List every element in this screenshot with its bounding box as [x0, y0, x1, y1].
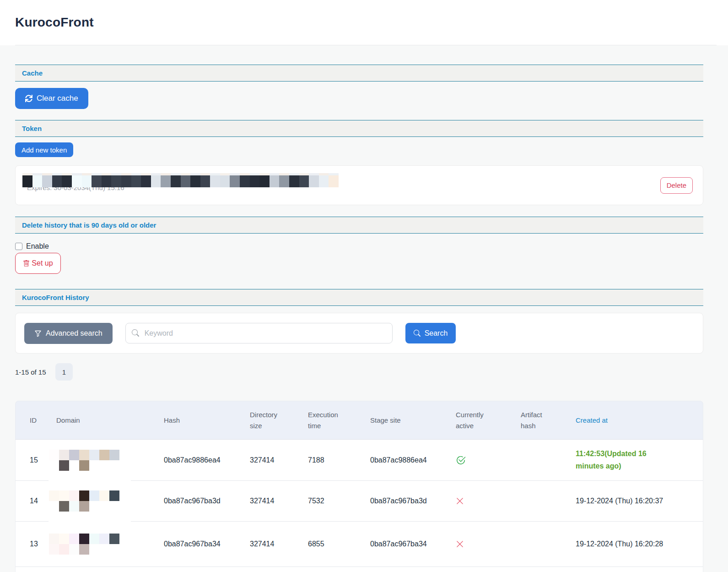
column-header-artifact-hash: Artifact hash — [515, 401, 570, 439]
token-card: Expires: 30-03-2034(Thu) 15:16 Delete — [15, 165, 703, 205]
column-header-currently-active: Currently active — [450, 401, 515, 439]
table-next-row-sliver — [15, 567, 703, 572]
cell-currently-active — [450, 522, 515, 567]
cell-domain — [51, 440, 158, 480]
pagination-summary: 1-15 of 15 — [15, 368, 55, 376]
section-title-token: Token — [22, 125, 42, 132]
table-row-13: 130ba87ac967ba3432741468550ba87ac967ba34… — [15, 522, 703, 567]
inactive-x-icon — [456, 540, 464, 548]
clear-cache-label: Clear cache — [37, 94, 78, 103]
page-title: KurocoFront — [15, 15, 94, 30]
cell-directory-size: 327414 — [244, 440, 302, 480]
enable-label: Enable — [26, 242, 49, 251]
column-header-hash: Hash — [158, 401, 244, 439]
search-icon — [132, 329, 139, 337]
section-header-delete-history: Delete history that is 90 days old or ol… — [15, 217, 703, 234]
advanced-search-label: Advanced search — [46, 329, 102, 338]
cell-execution-time: 7188 — [302, 440, 365, 480]
add-token-label: Add new token — [22, 146, 67, 154]
refresh-icon — [25, 95, 32, 102]
cell-hash: 0ba87ac967ba3d — [158, 481, 244, 521]
cell-execution-time: 7532 — [302, 481, 365, 521]
cell-id: 13 — [16, 522, 51, 567]
redacted-domain — [49, 450, 119, 471]
page-1-button[interactable]: 1 — [55, 363, 73, 381]
set-up-label: Set up — [32, 259, 53, 267]
cell-currently-active — [450, 481, 515, 521]
table-header-row: IDDomainHashDirectory sizeExecution time… — [15, 401, 703, 440]
table-row-15: 150ba87ac9886ea432741471880ba87ac9886ea4… — [15, 440, 703, 481]
table-body: 150ba87ac9886ea432741471880ba87ac9886ea4… — [15, 440, 703, 567]
column-header-directory-size: Directory size — [244, 401, 302, 439]
filter-icon — [34, 330, 42, 337]
title-divider — [15, 45, 717, 45]
enable-row: Enable — [15, 242, 728, 251]
cell-created-at: 19-12-2024 (Thu) 16:20:28 — [570, 522, 703, 567]
table-row-14: 140ba87ac967ba3d32741475320ba87ac967ba3d… — [15, 481, 703, 522]
redacted-domain — [49, 534, 119, 555]
section-header-token: Token — [15, 120, 703, 137]
search-button-label: Search — [425, 329, 448, 338]
history-table: IDDomainHashDirectory sizeExecution time… — [15, 401, 703, 572]
cell-artifact-hash — [515, 440, 570, 480]
clear-cache-button[interactable]: Clear cache — [15, 88, 88, 109]
page-header: KurocoFront — [0, 0, 728, 45]
cell-artifact-hash — [515, 522, 570, 567]
cell-stage-site: 0ba87ac967ba3d — [365, 481, 450, 521]
pagination: 1-15 of 15 1 — [15, 363, 728, 381]
cell-created-at: 11:42:53(Updated 16 minutes ago) — [570, 440, 703, 480]
cell-id: 14 — [16, 481, 51, 521]
active-check-icon — [456, 455, 466, 465]
cell-domain — [51, 522, 158, 567]
column-header-id: ID — [16, 401, 51, 439]
redacted-domain — [49, 490, 119, 512]
delete-token-label: Delete — [667, 181, 686, 189]
cell-hash: 0ba87ac9886ea4 — [158, 440, 244, 480]
add-new-token-button[interactable]: Add new token — [15, 142, 73, 157]
cell-execution-time: 6855 — [302, 522, 365, 567]
cell-domain — [51, 481, 158, 521]
delete-token-button[interactable]: Delete — [660, 177, 693, 194]
redacted-token-value — [22, 175, 361, 187]
column-header-created-at[interactable]: Created at — [570, 401, 703, 439]
section-title-delete-history: Delete history that is 90 days old or ol… — [22, 221, 156, 229]
cell-hash: 0ba87ac967ba34 — [158, 522, 244, 567]
cell-created-at: 19-12-2024 (Thu) 16:20:37 — [570, 481, 703, 521]
keyword-field — [125, 323, 393, 343]
cell-directory-size: 327414 — [244, 522, 302, 567]
redaction-noise — [22, 173, 361, 175]
search-button[interactable]: Search — [405, 323, 456, 343]
section-header-cache: Cache — [15, 65, 703, 82]
cell-currently-active — [450, 440, 515, 480]
column-header-execution-time: Execution time — [302, 401, 365, 439]
cell-directory-size: 327414 — [244, 481, 302, 521]
section-title-cache: Cache — [22, 69, 43, 77]
advanced-search-button[interactable]: Advanced search — [24, 323, 113, 344]
section-header-history: KurocoFront History — [15, 289, 703, 306]
cell-id: 15 — [16, 440, 51, 480]
trash-icon — [23, 260, 30, 267]
section-title-history: KurocoFront History — [22, 294, 89, 301]
inactive-x-icon — [456, 497, 464, 505]
keyword-input[interactable] — [125, 323, 393, 343]
search-button-icon — [414, 330, 421, 337]
search-card: Advanced search Search — [15, 313, 703, 354]
cell-artifact-hash — [515, 481, 570, 521]
cell-stage-site: 0ba87ac967ba34 — [365, 522, 450, 567]
column-header-stage-site: Stage site — [365, 401, 450, 439]
set-up-button[interactable]: Set up — [15, 253, 61, 274]
enable-checkbox[interactable] — [15, 243, 22, 250]
cell-stage-site: 0ba87ac9886ea4 — [365, 440, 450, 480]
column-header-domain: Domain — [51, 401, 158, 439]
